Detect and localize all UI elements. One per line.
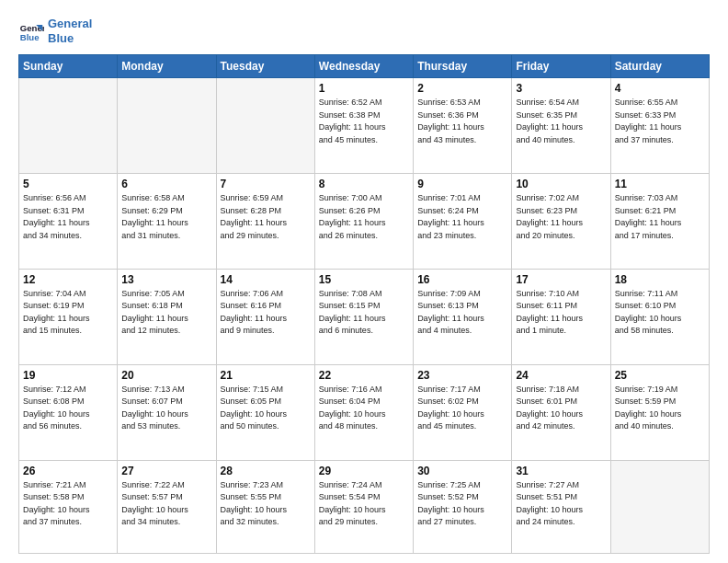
day-info: Sunrise: 7:04 AM Sunset: 6:19 PM Dayligh… bbox=[23, 288, 113, 338]
calendar-cell: 11Sunrise: 7:03 AM Sunset: 6:21 PM Dayli… bbox=[610, 174, 709, 270]
day-info: Sunrise: 7:19 AM Sunset: 5:59 PM Dayligh… bbox=[615, 384, 705, 433]
day-number: 30 bbox=[417, 465, 507, 477]
day-info: Sunrise: 6:58 AM Sunset: 6:29 PM Dayligh… bbox=[121, 192, 211, 242]
calendar-cell: 1Sunrise: 6:52 AM Sunset: 6:38 PM Daylig… bbox=[314, 78, 413, 174]
day-number: 3 bbox=[516, 82, 606, 95]
day-info: Sunrise: 7:21 AM Sunset: 5:58 PM Dayligh… bbox=[23, 479, 113, 529]
calendar-cell: 22Sunrise: 7:16 AM Sunset: 6:04 PM Dayli… bbox=[314, 364, 413, 460]
calendar-cell: 7Sunrise: 6:59 AM Sunset: 6:28 PM Daylig… bbox=[216, 174, 314, 270]
day-number: 11 bbox=[615, 178, 705, 190]
calendar-cell: 6Sunrise: 6:58 AM Sunset: 6:29 PM Daylig… bbox=[118, 174, 216, 270]
day-number: 26 bbox=[23, 465, 113, 477]
day-number: 17 bbox=[516, 273, 606, 286]
day-info: Sunrise: 7:01 AM Sunset: 6:24 PM Dayligh… bbox=[417, 192, 507, 242]
calendar-week-4: 19Sunrise: 7:12 AM Sunset: 6:08 PM Dayli… bbox=[19, 364, 710, 460]
calendar-cell bbox=[118, 78, 216, 174]
day-info: Sunrise: 7:16 AM Sunset: 6:04 PM Dayligh… bbox=[319, 384, 409, 433]
day-number: 15 bbox=[319, 273, 409, 286]
day-info: Sunrise: 6:55 AM Sunset: 6:33 PM Dayligh… bbox=[615, 97, 705, 146]
day-info: Sunrise: 7:03 AM Sunset: 6:21 PM Dayligh… bbox=[615, 192, 705, 242]
day-number: 13 bbox=[121, 273, 211, 286]
day-info: Sunrise: 7:22 AM Sunset: 5:57 PM Dayligh… bbox=[121, 479, 211, 529]
day-info: Sunrise: 7:17 AM Sunset: 6:02 PM Dayligh… bbox=[417, 384, 507, 433]
day-number: 28 bbox=[221, 465, 311, 477]
day-info: Sunrise: 7:27 AM Sunset: 5:51 PM Dayligh… bbox=[516, 479, 606, 529]
calendar-cell: 20Sunrise: 7:13 AM Sunset: 6:07 PM Dayli… bbox=[118, 364, 216, 460]
weekday-header-saturday: Saturday bbox=[610, 55, 709, 78]
calendar-cell: 5Sunrise: 6:56 AM Sunset: 6:31 PM Daylig… bbox=[19, 174, 118, 270]
day-info: Sunrise: 7:12 AM Sunset: 6:08 PM Dayligh… bbox=[23, 384, 113, 433]
day-info: Sunrise: 6:59 AM Sunset: 6:28 PM Dayligh… bbox=[221, 192, 311, 242]
calendar-cell: 16Sunrise: 7:09 AM Sunset: 6:13 PM Dayli… bbox=[414, 269, 512, 364]
calendar-week-3: 12Sunrise: 7:04 AM Sunset: 6:19 PM Dayli… bbox=[19, 269, 710, 364]
day-number: 24 bbox=[516, 369, 606, 382]
day-number: 20 bbox=[121, 369, 211, 382]
calendar-cell: 2Sunrise: 6:53 AM Sunset: 6:36 PM Daylig… bbox=[414, 78, 512, 174]
calendar-page: General Blue GeneralBlue SundayMondayTue… bbox=[0, 0, 728, 563]
calendar-cell: 23Sunrise: 7:17 AM Sunset: 6:02 PM Dayli… bbox=[414, 364, 512, 460]
weekday-header-wednesday: Wednesday bbox=[314, 55, 413, 78]
day-number: 16 bbox=[417, 273, 507, 286]
calendar-cell: 26Sunrise: 7:21 AM Sunset: 5:58 PM Dayli… bbox=[19, 460, 118, 553]
day-number: 9 bbox=[417, 178, 507, 190]
day-number: 4 bbox=[615, 82, 705, 95]
day-info: Sunrise: 7:24 AM Sunset: 5:54 PM Dayligh… bbox=[319, 479, 409, 529]
day-number: 6 bbox=[121, 178, 211, 190]
calendar-cell: 18Sunrise: 7:11 AM Sunset: 6:10 PM Dayli… bbox=[610, 269, 709, 364]
day-info: Sunrise: 7:11 AM Sunset: 6:10 PM Dayligh… bbox=[615, 288, 705, 338]
day-info: Sunrise: 7:18 AM Sunset: 6:01 PM Dayligh… bbox=[516, 384, 606, 433]
calendar-cell: 13Sunrise: 7:05 AM Sunset: 6:18 PM Dayli… bbox=[118, 269, 216, 364]
day-info: Sunrise: 6:54 AM Sunset: 6:35 PM Dayligh… bbox=[516, 97, 606, 146]
day-info: Sunrise: 7:09 AM Sunset: 6:13 PM Dayligh… bbox=[417, 288, 507, 338]
day-number: 5 bbox=[23, 178, 113, 190]
calendar-cell: 14Sunrise: 7:06 AM Sunset: 6:16 PM Dayli… bbox=[216, 269, 314, 364]
calendar-cell: 3Sunrise: 6:54 AM Sunset: 6:35 PM Daylig… bbox=[512, 78, 610, 174]
weekday-header-sunday: Sunday bbox=[19, 55, 118, 78]
calendar-cell: 10Sunrise: 7:02 AM Sunset: 6:23 PM Dayli… bbox=[512, 174, 610, 270]
calendar-cell: 25Sunrise: 7:19 AM Sunset: 5:59 PM Dayli… bbox=[610, 364, 709, 460]
weekday-header-thursday: Thursday bbox=[414, 55, 512, 78]
day-info: Sunrise: 6:53 AM Sunset: 6:36 PM Dayligh… bbox=[417, 97, 507, 146]
day-number: 19 bbox=[23, 369, 113, 382]
weekday-header-tuesday: Tuesday bbox=[216, 55, 314, 78]
day-info: Sunrise: 7:08 AM Sunset: 6:15 PM Dayligh… bbox=[319, 288, 409, 338]
day-info: Sunrise: 7:25 AM Sunset: 5:52 PM Dayligh… bbox=[417, 479, 507, 529]
calendar-cell: 27Sunrise: 7:22 AM Sunset: 5:57 PM Dayli… bbox=[118, 460, 216, 553]
calendar-cell bbox=[19, 78, 118, 174]
calendar-cell: 29Sunrise: 7:24 AM Sunset: 5:54 PM Dayli… bbox=[314, 460, 413, 553]
day-info: Sunrise: 7:15 AM Sunset: 6:05 PM Dayligh… bbox=[221, 384, 311, 433]
day-info: Sunrise: 7:23 AM Sunset: 5:55 PM Dayligh… bbox=[221, 479, 311, 529]
weekday-header-friday: Friday bbox=[512, 55, 610, 78]
day-info: Sunrise: 7:06 AM Sunset: 6:16 PM Dayligh… bbox=[221, 288, 311, 338]
day-info: Sunrise: 6:52 AM Sunset: 6:38 PM Dayligh… bbox=[319, 97, 409, 146]
day-info: Sunrise: 7:13 AM Sunset: 6:07 PM Dayligh… bbox=[121, 384, 211, 433]
calendar-cell: 21Sunrise: 7:15 AM Sunset: 6:05 PM Dayli… bbox=[216, 364, 314, 460]
day-info: Sunrise: 7:05 AM Sunset: 6:18 PM Dayligh… bbox=[121, 288, 211, 338]
calendar-week-5: 26Sunrise: 7:21 AM Sunset: 5:58 PM Dayli… bbox=[19, 460, 710, 553]
logo: General Blue GeneralBlue bbox=[18, 17, 92, 45]
day-number: 21 bbox=[221, 369, 311, 382]
day-number: 23 bbox=[417, 369, 507, 382]
calendar-cell bbox=[216, 78, 314, 174]
day-number: 7 bbox=[221, 178, 311, 190]
day-number: 31 bbox=[516, 465, 606, 477]
calendar-cell: 28Sunrise: 7:23 AM Sunset: 5:55 PM Dayli… bbox=[216, 460, 314, 553]
weekday-header-row: SundayMondayTuesdayWednesdayThursdayFrid… bbox=[19, 55, 710, 78]
calendar-cell: 30Sunrise: 7:25 AM Sunset: 5:52 PM Dayli… bbox=[414, 460, 512, 553]
calendar-cell: 15Sunrise: 7:08 AM Sunset: 6:15 PM Dayli… bbox=[314, 269, 413, 364]
svg-text:Blue: Blue bbox=[20, 31, 40, 41]
day-number: 25 bbox=[615, 369, 705, 382]
calendar-cell bbox=[610, 460, 709, 553]
day-info: Sunrise: 6:56 AM Sunset: 6:31 PM Dayligh… bbox=[23, 192, 113, 242]
calendar-cell: 17Sunrise: 7:10 AM Sunset: 6:11 PM Dayli… bbox=[512, 269, 610, 364]
day-number: 8 bbox=[319, 178, 409, 190]
day-number: 1 bbox=[319, 82, 409, 95]
calendar-week-2: 5Sunrise: 6:56 AM Sunset: 6:31 PM Daylig… bbox=[19, 174, 710, 270]
calendar-cell: 8Sunrise: 7:00 AM Sunset: 6:26 PM Daylig… bbox=[314, 174, 413, 270]
day-number: 2 bbox=[417, 82, 507, 95]
day-number: 18 bbox=[615, 273, 705, 286]
calendar-cell: 4Sunrise: 6:55 AM Sunset: 6:33 PM Daylig… bbox=[610, 78, 709, 174]
day-info: Sunrise: 7:00 AM Sunset: 6:26 PM Dayligh… bbox=[319, 192, 409, 242]
day-number: 27 bbox=[121, 465, 211, 477]
day-number: 10 bbox=[516, 178, 606, 190]
